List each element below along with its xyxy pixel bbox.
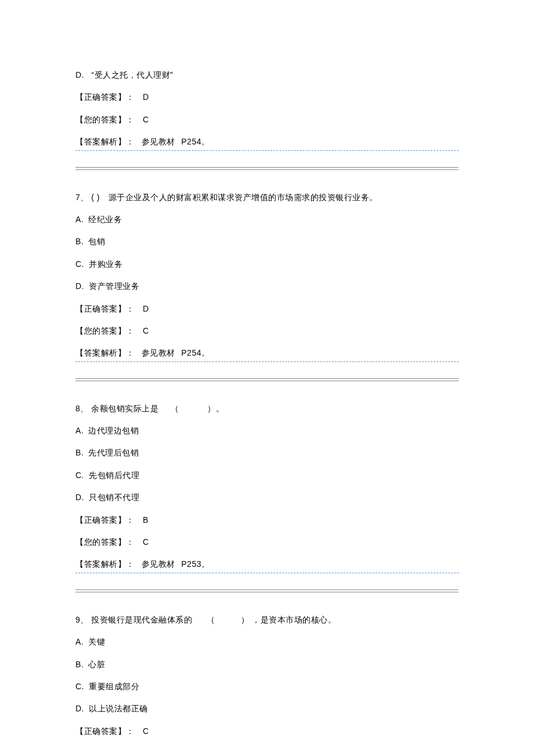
correct-answer-label: 【正确答案】： <box>75 515 135 525</box>
option-d: D.以上说法都正确 <box>75 697 459 719</box>
your-answer-row: 【您的答案】： C <box>75 531 459 553</box>
option-text: 以上说法都正确 <box>89 704 148 713</box>
option-d: D.资产管理业务 <box>75 275 459 297</box>
section-divider <box>75 589 459 592</box>
analysis-row: 【答案解析】： 参见教材 P254。 <box>75 131 459 150</box>
analysis-ref: P254。 <box>181 348 210 357</box>
option-text: 只包销不代理 <box>89 493 139 502</box>
option-text: “受人之托，代人理财” <box>91 70 173 79</box>
option-d: D.只包销不代理 <box>75 486 459 508</box>
question-stem: 9、 投资银行是现代金融体系的 （ ） ，是资本市场的核心。 <box>75 609 459 631</box>
option-a: A.边代理边包销 <box>75 419 459 442</box>
option-letter: A. <box>75 215 84 224</box>
correct-answer-value: D <box>143 92 149 102</box>
question-stem: 8、 余额包销实际上是 （ ）。 <box>75 397 459 419</box>
question-number: 9、 <box>75 615 89 624</box>
option-a: A.关键 <box>75 631 459 653</box>
option-text: 先包销后代理 <box>89 471 139 480</box>
correct-answer-value: B <box>143 515 149 525</box>
correct-answer-label: 【正确答案】： <box>75 726 135 736</box>
option-text: 关键 <box>88 637 105 646</box>
question-number: 7、 <box>75 193 89 202</box>
your-answer-row: 【您的答案】： C <box>75 320 459 342</box>
analysis-ref: P254。 <box>181 137 210 146</box>
stem-before: 投资银行是现代金融体系的 <box>91 615 192 624</box>
question-9: 9、 投资银行是现代金融体系的 （ ） ，是资本市场的核心。 A.关键 B.心脏… <box>75 609 459 742</box>
your-answer-value: C <box>143 326 149 335</box>
your-answer-value: C <box>143 537 149 547</box>
your-answer-row: 【您的答案】： C <box>75 108 459 131</box>
analysis-row: 【答案解析】： 参见教材 P253。 <box>75 553 459 573</box>
correct-answer-row: 【正确答案】： C <box>75 720 459 742</box>
paren-close: ）。 <box>207 404 224 413</box>
option-text: 边代理边包销 <box>88 426 139 435</box>
option-b: B.包销 <box>75 230 459 252</box>
analysis-prefix: 参见教材 <box>142 137 175 146</box>
your-answer-label: 【您的答案】： <box>75 115 135 124</box>
option-letter: D. <box>75 281 84 291</box>
question-8: 8、 余额包销实际上是 （ ）。 A.边代理边包销 B.先代理后包销 C.先包销… <box>75 397 459 573</box>
section-divider <box>75 167 459 170</box>
option-b: B.先代理后包销 <box>75 442 459 464</box>
correct-answer-row: 【正确答案】： B <box>75 509 459 531</box>
option-b: B.心脏 <box>75 653 459 675</box>
correct-answer-label: 【正确答案】： <box>75 92 135 102</box>
option-letter: A. <box>75 637 84 646</box>
option-letter: A. <box>75 426 84 435</box>
option-letter: B. <box>75 237 84 246</box>
option-c: C.先包销后代理 <box>75 464 459 486</box>
option-letter: B. <box>75 660 84 669</box>
correct-answer-label: 【正确答案】： <box>75 304 135 313</box>
correct-answer-row: 【正确答案】： D <box>75 86 459 108</box>
correct-answer-row: 【正确答案】： D <box>75 298 459 320</box>
option-text: 心脏 <box>88 660 105 669</box>
option-text: 重要组成部分 <box>89 682 139 691</box>
option-c: C.并购业务 <box>75 253 459 275</box>
option-text: 包销 <box>88 237 105 246</box>
analysis-ref: P253。 <box>181 559 210 569</box>
analysis-label: 【答案解析】： <box>75 348 135 357</box>
correct-answer-value: D <box>143 304 149 313</box>
option-letter: C. <box>75 259 84 269</box>
your-answer-label: 【您的答案】： <box>75 537 135 547</box>
document-page: D. “受人之托，代人理财” 【正确答案】： D 【您的答案】： C 【答案解析… <box>0 0 534 756</box>
option-a: A.经纪业务 <box>75 208 459 230</box>
analysis-label: 【答案解析】： <box>75 137 135 146</box>
option-text: 先代理后包销 <box>88 448 139 457</box>
paren-close: ） <box>241 615 250 624</box>
stem-text: 源于企业及个人的财富积累和谋求资产增值的市场需求的投资银行业务。 <box>109 193 378 202</box>
option-d: D. “受人之托，代人理财” <box>75 64 459 86</box>
option-letter: C. <box>75 471 84 480</box>
analysis-row: 【答案解析】： 参见教材 P254。 <box>75 342 459 361</box>
option-text: 经纪业务 <box>88 215 122 224</box>
your-answer-label: 【您的答案】： <box>75 326 135 335</box>
analysis-prefix: 参见教材 <box>142 559 175 569</box>
option-letter: D. <box>75 70 84 79</box>
option-c: C.重要组成部分 <box>75 675 459 697</box>
question-7: 7、 ( ) 源于企业及个人的财富积累和谋求资产增值的市场需求的投资银行业务。 … <box>75 186 459 362</box>
question-6-partial: D. “受人之托，代人理财” 【正确答案】： D 【您的答案】： C 【答案解析… <box>75 64 459 151</box>
option-letter: D. <box>75 704 84 713</box>
analysis-prefix: 参见教材 <box>142 348 175 357</box>
question-stem: 7、 ( ) 源于企业及个人的财富积累和谋求资产增值的市场需求的投资银行业务。 <box>75 186 459 208</box>
paren-open: （ <box>171 404 179 413</box>
section-divider <box>75 378 459 381</box>
stem-after: ，是资本市场的核心。 <box>252 615 336 624</box>
blank-paren: ( ) <box>91 193 100 202</box>
option-letter: B. <box>75 448 84 457</box>
option-letter: C. <box>75 682 84 691</box>
analysis-label: 【答案解析】： <box>75 559 135 569</box>
stem-text: 余额包销实际上是 <box>91 404 158 413</box>
paren-open: （ <box>207 615 215 624</box>
option-text: 资产管理业务 <box>89 281 139 291</box>
option-letter: D. <box>75 493 84 502</box>
option-text: 并购业务 <box>89 259 122 269</box>
correct-answer-value: C <box>143 726 149 736</box>
question-number: 8、 <box>75 404 89 413</box>
your-answer-value: C <box>143 115 149 124</box>
